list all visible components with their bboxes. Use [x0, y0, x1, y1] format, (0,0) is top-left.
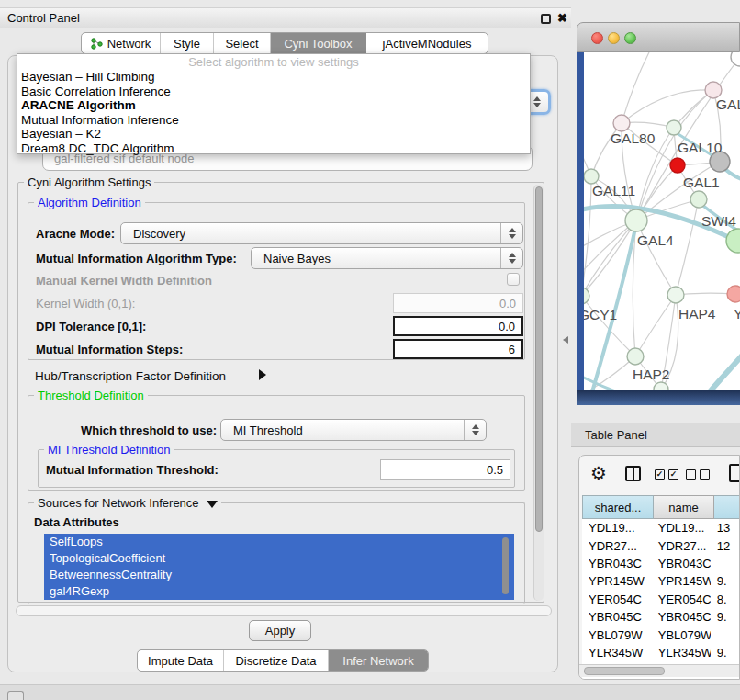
- minimize-traffic-light[interactable]: [608, 32, 620, 44]
- table-cell: YDL19...: [582, 521, 652, 535]
- mi-steps-value: 6: [509, 343, 515, 356]
- mi-steps-label: Mutual Information Steps:: [36, 343, 183, 356]
- table-row[interactable]: YDR27...YDR27...12: [582, 536, 740, 554]
- apply-button[interactable]: Apply: [249, 620, 311, 641]
- table-row[interactable]: YBR045CYBR045C9.: [582, 608, 740, 626]
- table-row[interactable]: YER054CYER054C8.: [582, 591, 740, 608]
- maximize-traffic-light[interactable]: [624, 32, 636, 44]
- mi-threshold-field[interactable]: 0.5: [380, 459, 510, 480]
- network-node[interactable]: [654, 382, 668, 390]
- network-edge-highlighted: [701, 354, 740, 390]
- threshold-definition-group: Threshold Definition Which threshold to …: [28, 395, 525, 491]
- tab-infer-network[interactable]: Infer Network: [329, 650, 428, 671]
- dropdown-item-aracne-algorithm[interactable]: ARACNE Algorithm: [17, 98, 530, 113]
- network-icon: [91, 38, 103, 50]
- attribute-item-selfloops[interactable]: SelfLoops: [44, 534, 514, 550]
- table-row[interactable]: YBR043CYBR043C: [582, 555, 740, 572]
- network-canvas[interactable]: GALGAL80GAL10GAL1GAL11SWI4GAL4GCY1HAP4YH…: [584, 52, 740, 390]
- tab-network[interactable]: Network: [82, 33, 161, 53]
- algorithm-dropdown: Select algorithm to view settings Bayesi…: [17, 53, 531, 154]
- network-edge: [622, 90, 713, 123]
- checked-checkbox-icon[interactable]: ✓: [668, 469, 678, 480]
- table-cell: YBL079W: [582, 628, 652, 642]
- dropdown-item-dream8-dc-tdc-algorithm[interactable]: Dream8 DC_TDC Algorithm: [17, 141, 530, 156]
- dropdown-item-bayesian-hill-climbing[interactable]: Bayesian – Hill Climbing: [17, 70, 530, 85]
- tab-discretize-data[interactable]: Discretize Data: [224, 650, 329, 671]
- attribute-item-gal4rgexp[interactable]: gal4RGexp: [44, 583, 514, 600]
- tab-select[interactable]: Select: [214, 33, 271, 53]
- network-node-gal11[interactable]: [584, 169, 599, 184]
- network-node-gal1[interactable]: [670, 158, 685, 173]
- checked-checkbox-icon[interactable]: ✓: [655, 469, 665, 480]
- network-node-gal80[interactable]: [613, 115, 630, 131]
- network-node[interactable]: [690, 191, 707, 208]
- settings-scrollbar-thumb[interactable]: [535, 186, 543, 532]
- horizontal-scrollbar[interactable]: [16, 605, 552, 616]
- column-header-shared[interactable]: shared...: [582, 495, 654, 519]
- network-node-gal4[interactable]: [625, 209, 647, 231]
- network-node-hap4[interactable]: [667, 287, 684, 303]
- which-threshold-select[interactable]: MI Threshold: [220, 419, 487, 441]
- attribute-item-betweennesscentrality[interactable]: BetweennessCentrality: [44, 567, 514, 583]
- unchecked-checkbox-icon[interactable]: [700, 469, 710, 480]
- mi-type-select[interactable]: Naive Bayes: [251, 247, 523, 269]
- aracne-mode-select[interactable]: Discovery: [120, 222, 523, 244]
- table-cell: 8.: [711, 593, 740, 606]
- network-node-hap2[interactable]: [627, 348, 644, 365]
- mi-threshold-group-title: MI Threshold Definition: [44, 443, 174, 457]
- mi-steps-field[interactable]: 6: [393, 339, 523, 359]
- table-header-row: shared...name: [582, 495, 740, 519]
- tab-style[interactable]: Style: [161, 33, 214, 53]
- collapse-arrow-icon[interactable]: [207, 501, 218, 508]
- table-row[interactable]: YLR345WYLR345W9.: [582, 644, 740, 661]
- float-window-icon[interactable]: [541, 14, 551, 24]
- dropdown-item-bayesian-k2[interactable]: Bayesian – K2: [17, 127, 530, 141]
- column-header-partial[interactable]: [714, 495, 740, 519]
- table-row[interactable]: YDL19...YDL19...13: [582, 519, 740, 536]
- list-scrollbar-thumb[interactable]: [502, 537, 509, 594]
- manual-kernel-checkbox[interactable]: [507, 273, 520, 286]
- expand-arrow-icon[interactable]: [259, 369, 266, 380]
- table-cell: 9.: [711, 646, 740, 660]
- close-icon[interactable]: ✖: [557, 11, 567, 25]
- table-horizontal-scrollbar[interactable]: [579, 664, 740, 677]
- table-cell: 12: [711, 539, 740, 553]
- table-row[interactable]: YPR145WYPR145W9.: [582, 572, 740, 590]
- network-node-swi4[interactable]: [726, 229, 740, 253]
- column-header-name[interactable]: name: [654, 495, 714, 519]
- minimized-panel-icon[interactable]: [7, 691, 24, 700]
- table-row[interactable]: YBL079WYBL079W: [582, 626, 740, 643]
- network-node-gcy1[interactable]: [584, 288, 589, 304]
- network-node[interactable]: [731, 52, 740, 66]
- dropdown-item-basic-correlation-inference[interactable]: Basic Correlation Inference: [17, 85, 530, 99]
- network-node-gal10[interactable]: [667, 120, 681, 135]
- node-label-gal: GAL: [716, 96, 740, 112]
- data-attributes-list[interactable]: SelfLoopsTopologicalCoefficientBetweenne…: [44, 534, 514, 600]
- tab-jactivemnodules[interactable]: jActiveMNodules: [366, 33, 488, 53]
- tab-cyni-toolbox[interactable]: Cyni Toolbox: [271, 33, 366, 53]
- settings-scrollbar[interactable]: [533, 185, 544, 601]
- tab-label: Select: [225, 37, 258, 51]
- kernel-width-value: 0.0: [499, 297, 516, 310]
- network-window-titlebar[interactable]: [577, 22, 740, 52]
- unchecked-checkbox-icon[interactable]: [686, 469, 696, 480]
- attribute-item-topologicalcoefficient[interactable]: TopologicalCoefficient: [44, 550, 514, 567]
- gear-icon[interactable]: ⚙: [590, 462, 607, 484]
- dropdown-item-mutual-information-inference[interactable]: Mutual Information Inference: [17, 113, 530, 128]
- dpi-tolerance-field[interactable]: 0.0: [393, 316, 523, 336]
- column-layout-icon[interactable]: [625, 466, 641, 481]
- table-cell: YER054C: [652, 593, 711, 606]
- network-edge: [635, 295, 676, 356]
- network-node-y[interactable]: [727, 286, 740, 302]
- tab-impute-data[interactable]: Impute Data: [138, 650, 224, 671]
- tab-label: Style: [174, 37, 200, 51]
- document-icon[interactable]: [729, 464, 740, 482]
- panel-divider-arrow-icon[interactable]: [563, 336, 568, 344]
- close-traffic-light[interactable]: [591, 32, 603, 44]
- network-edge: [676, 199, 699, 295]
- table-cell: YDL19...: [652, 521, 711, 535]
- algorithm-definition-title: Algorithm Definition: [34, 196, 145, 209]
- table-cell: 9.: [711, 610, 740, 624]
- node-label-swi4: SWI4: [701, 213, 736, 229]
- table-scrollbar-thumb[interactable]: [584, 667, 665, 675]
